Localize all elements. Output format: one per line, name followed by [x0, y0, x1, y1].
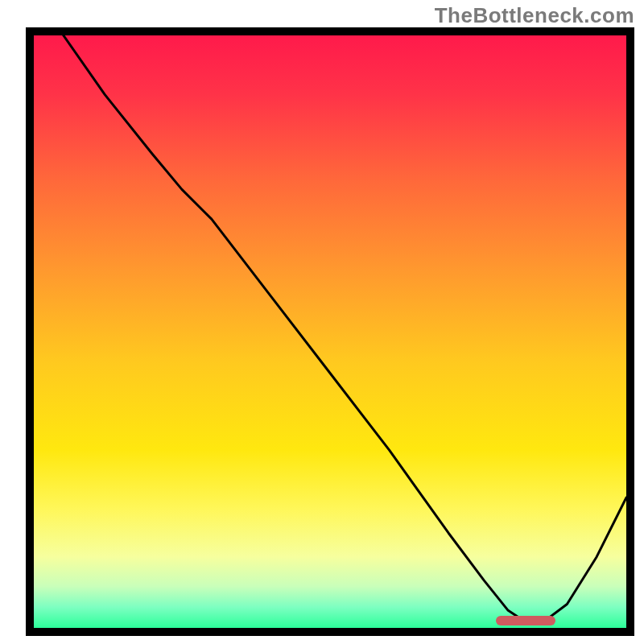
chart-stage: TheBottleneck.com — [0, 0, 644, 644]
gradient-rect — [34, 35, 626, 628]
watermark-text: TheBottleneck.com — [435, 3, 634, 28]
plot-frame — [26, 27, 634, 636]
plot-background — [34, 35, 626, 628]
optimal-range-marker — [496, 616, 555, 625]
